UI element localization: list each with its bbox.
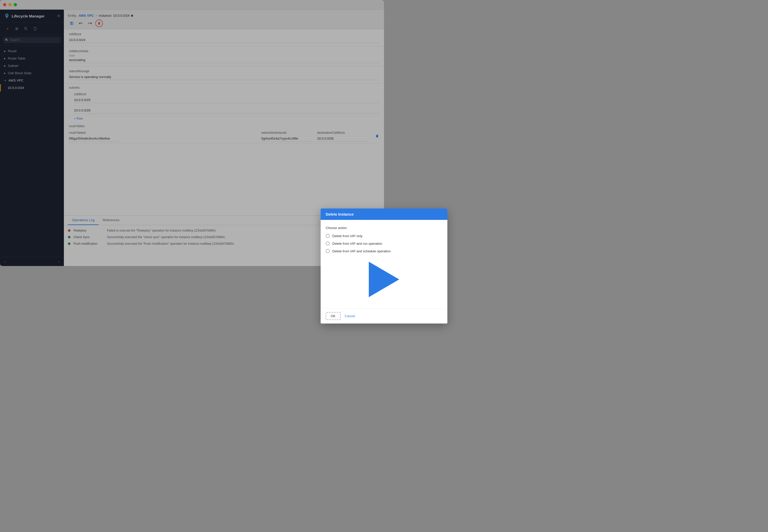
delete-instance-modal: Delete Instance Choose action Delete fro… [320, 208, 384, 266]
modal-overlay: Delete Instance Choose action Delete fro… [0, 0, 384, 266]
play-icon [369, 262, 384, 266]
modal-body: Choose action Delete from IAP only Delet… [320, 220, 384, 266]
modal-header: Delete Instance [320, 208, 384, 220]
radio-label-3: Delete from IAP and schedule operation [332, 249, 384, 253]
radio-option-3[interactable]: Delete from IAP and schedule operation [326, 249, 384, 253]
radio-circle-1 [326, 234, 330, 238]
radio-label-1: Delete from IAP only [332, 234, 362, 238]
modal-play-area [326, 257, 384, 266]
radio-label-2: Delete from IAP and run operation [332, 242, 382, 245]
modal-choose-action: Choose action [326, 226, 384, 230]
radio-circle-2 [326, 241, 330, 245]
radio-option-2[interactable]: Delete from IAP and run operation [326, 241, 384, 245]
modal-title: Delete Instance [326, 212, 353, 216]
radio-circle-3 [326, 249, 330, 253]
radio-option-1[interactable]: Delete from IAP only [326, 234, 384, 238]
